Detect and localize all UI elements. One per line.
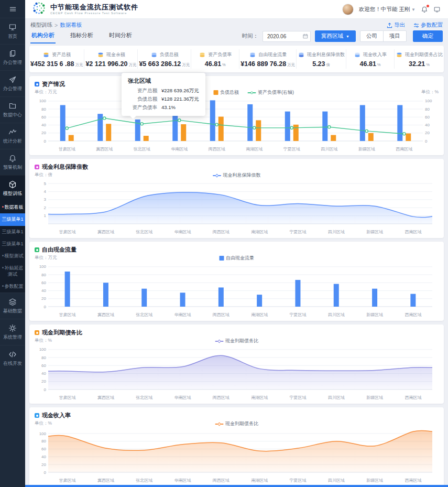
- app-logo: 中节能现金流抗压测试软件 CECEP Cash Flow Pressure Te…: [31, 1, 138, 18]
- kpi-debt-total: 负债总额¥5 663 286.12万元: [138, 49, 191, 69]
- user-menu[interactable]: 欢迎您！中节能 王刚 ▼: [359, 6, 416, 13]
- legend-line-marker: [215, 341, 223, 342]
- chart-free-cash-flow-plot: 020406080100: [35, 262, 439, 309]
- stats-icon: [8, 128, 17, 136]
- x-axis-label: 华南区域: [161, 146, 199, 152]
- kpi-value: ¥146 889 76.28万元: [241, 60, 295, 68]
- x-axis-label: 宁夏区域: [273, 146, 311, 152]
- x-axis-label: 冀西区域: [86, 229, 125, 235]
- sidebar-subitem-menu3-2[interactable]: 三级菜单1: [0, 226, 25, 238]
- sidebar-item-system-mgmt[interactable]: 系统管理: [0, 319, 25, 345]
- sidebar-subitem-label: 参数配置: [5, 284, 24, 289]
- bell-icon[interactable]: [421, 6, 428, 13]
- sidebar-item-label: 统计分析: [3, 138, 22, 144]
- bullet-icon: [2, 206, 4, 208]
- tab-1[interactable]: 指标分析: [69, 29, 94, 44]
- chart-title: 自由现金流量: [42, 246, 77, 254]
- svg-text:0: 0: [44, 139, 47, 144]
- x-axis-label: 冀西区域: [86, 312, 125, 318]
- app-window: 首页办公管理办公管理数据中心统计分析预警机制模型训练数据看板三级菜单1三级菜单1…: [0, 0, 448, 487]
- sidebar-item-office-mgmt-2[interactable]: 办公管理: [0, 70, 25, 96]
- tooltip-label: 资产负债率: [128, 104, 157, 111]
- sidebar-subitem-model-test[interactable]: 模型测试: [0, 250, 25, 262]
- tab-0[interactable]: 机构分析: [30, 29, 56, 44]
- legend-item[interactable]: 资产负债率(右轴): [247, 89, 294, 96]
- kpi-label: 资产负债率: [208, 51, 232, 58]
- legend-line-marker: [215, 424, 223, 425]
- kpi-value: 5.23倍: [298, 60, 345, 68]
- coins-icon: [97, 51, 104, 58]
- chart-assets-plot: 002020404060608080100100: [35, 96, 439, 144]
- sidebar-item-base-data[interactable]: 基础数据: [0, 293, 25, 319]
- sidebar-item-alert-mechanism[interactable]: 预警机制: [0, 149, 25, 175]
- sidebar-item-stats-analysis[interactable]: 统计分析: [0, 123, 25, 149]
- sidebar-menu: 首页办公管理办公管理数据中心统计分析预警机制模型训练数据看板三级菜单1三级菜单1…: [0, 18, 25, 371]
- kpi-asset-total: 资产总额¥452 315 6 .88万元: [29, 49, 84, 69]
- chart-header: 现金利息保障倍数: [35, 163, 439, 171]
- sidebar-item-online-dev[interactable]: 在线开发: [0, 345, 25, 371]
- menu-toggle-icon[interactable]: [0, 0, 25, 18]
- kpi-value: ¥452 315 6 .88万元: [30, 60, 83, 68]
- page-actions: 导出 参数配置: [387, 21, 443, 29]
- alarm-icon: [8, 154, 17, 163]
- chart-meta: 单位：万元资产总额负债总额资产负债率(右轴)单位：%: [35, 89, 439, 96]
- region-dropdown[interactable]: 冀西区域▼: [315, 30, 356, 42]
- company-button[interactable]: 公司: [360, 30, 384, 42]
- calendar-icon[interactable]: [303, 34, 308, 39]
- kpi-header: 现金收入率: [347, 50, 393, 59]
- legend-item[interactable]: 负债总额: [213, 89, 239, 96]
- kpi-value: 32.21%: [396, 60, 443, 68]
- time-label: 时间：: [242, 33, 259, 40]
- svg-text:20: 20: [425, 131, 430, 135]
- confirm-button[interactable]: 确定: [413, 30, 443, 42]
- sidebar-subitem-data-board[interactable]: 数据看板: [0, 201, 25, 213]
- svg-text:60: 60: [41, 363, 46, 368]
- x-axis-label: 闽西区域: [202, 229, 240, 235]
- sidebar-item-data-center[interactable]: 数据中心: [0, 96, 25, 123]
- tab-2[interactable]: 时间分析: [108, 29, 133, 44]
- legend-square-marker: [213, 90, 218, 95]
- kpi-label: 现金收入率: [363, 51, 387, 58]
- breadcrumb: 模型训练 > 数据看板 导出 参数配置: [29, 21, 444, 29]
- sidebar-item-model-training[interactable]: 模型训练: [0, 175, 25, 201]
- svg-text:0: 0: [44, 470, 47, 475]
- unit-right-label: 单位：%: [421, 89, 439, 95]
- sidebar-subitem-param-config[interactable]: 参数配置: [0, 280, 25, 293]
- svg-text:80: 80: [41, 107, 46, 112]
- tooltip-label: 资产总额: [128, 88, 157, 94]
- x-axis-label: 四川区域: [317, 395, 355, 401]
- sidebar-item-home[interactable]: 首页: [0, 18, 25, 44]
- svg-text:100: 100: [39, 99, 47, 103]
- export-button[interactable]: 导出: [387, 21, 405, 29]
- filter-bar: 时间： 冀西区域▼ 公司 项目 确定: [242, 30, 443, 42]
- x-axis-label: 张北区域: [125, 229, 163, 235]
- param-config-button[interactable]: 参数配置: [413, 21, 443, 29]
- legend-item[interactable]: 自由现金流量: [219, 255, 254, 262]
- horizontal-scrollbar[interactable]: [25, 485, 448, 487]
- screen-icon[interactable]: [433, 6, 441, 13]
- coins-icon: [249, 51, 256, 58]
- chart-title: 现金到期债务比: [42, 329, 82, 337]
- kpi-header: 现金到期债务占比: [396, 50, 443, 59]
- sidebar-subitem-subsidy-delay-test[interactable]: 补贴延迟测试: [0, 262, 25, 280]
- legend-item[interactable]: 现金到期债务比: [215, 420, 258, 427]
- sidebar-item-label: 预警机制: [3, 165, 22, 170]
- kpi-header: 资产负债率: [192, 50, 238, 59]
- project-button[interactable]: 项目: [383, 30, 407, 42]
- sliders-icon: [413, 23, 419, 28]
- tooltip-value: ¥228 639.26万元: [161, 88, 199, 94]
- x-axis-label: 华南区域: [163, 312, 202, 318]
- sidebar-item-office-mgmt-1[interactable]: 办公管理: [0, 44, 25, 70]
- legend-label: 自由现金流量: [226, 255, 254, 262]
- sidebar-subitem-menu3-1[interactable]: 三级菜单1: [0, 213, 25, 225]
- x-axis-label: 新疆区域: [355, 478, 394, 483]
- chart-title-icon: [35, 247, 39, 252]
- breadcrumb-parent[interactable]: 模型训练: [30, 21, 52, 29]
- legend-item[interactable]: 现金利息保障倍数: [213, 172, 261, 179]
- sidebar-subitem-menu3-3[interactable]: 三级菜单1: [0, 238, 25, 250]
- svg-text:60: 60: [425, 115, 430, 120]
- folder-icon: [8, 102, 17, 110]
- avatar[interactable]: [342, 4, 354, 15]
- x-axis-label: 甘肃区域: [48, 146, 86, 152]
- legend-item[interactable]: 现金到期债务比: [215, 338, 258, 344]
